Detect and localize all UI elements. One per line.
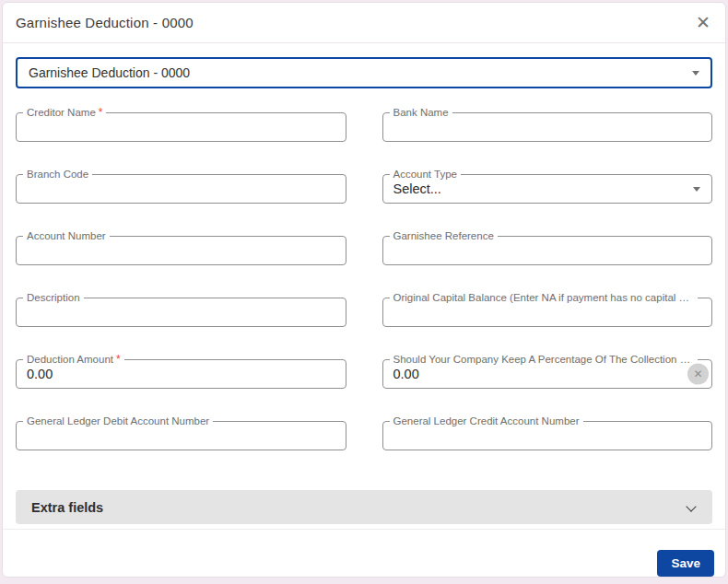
gl-debit-account-label: General Ledger Debit Account Number xyxy=(23,415,213,427)
description-field[interactable]: Description xyxy=(16,298,346,327)
bank-name-field[interactable]: Bank Name xyxy=(382,112,713,142)
account-number-field[interactable]: Account Number xyxy=(16,236,346,265)
bank-name-label: Bank Name xyxy=(390,106,452,119)
original-capital-balance-label: Original Capital Balance (Enter NA if pa… xyxy=(390,291,699,304)
branch-code-label: Branch Code xyxy=(23,168,92,181)
required-asterisk: * xyxy=(116,353,121,366)
original-capital-balance-field[interactable]: Original Capital Balance (Enter NA if pa… xyxy=(382,298,713,327)
account-type-label: Account Type xyxy=(390,168,461,181)
creditor-name-label: Creditor Name* xyxy=(23,106,106,119)
modal-title: Garnishee Deduction - 0000 xyxy=(16,15,194,30)
account-type-value: Select... xyxy=(393,181,441,196)
gl-credit-account-label: General Ledger Credit Account Number xyxy=(390,415,583,427)
chevron-down-icon xyxy=(692,71,699,76)
save-button[interactable]: Save xyxy=(657,550,714,577)
garnishee-reference-label: Garnishee Reference xyxy=(390,229,498,242)
clear-field-icon[interactable]: ✕ xyxy=(687,364,709,385)
garnishee-deduction-modal: Garnishee Deduction - 0000 ✕ Garnishee D… xyxy=(2,2,726,578)
close-icon[interactable]: ✕ xyxy=(696,14,710,31)
collection-fee-percentage-value: 0.00 xyxy=(393,367,419,381)
gl-credit-account-field[interactable]: General Ledger Credit Account Number xyxy=(382,421,713,450)
deduction-type-value: Garnishee Deduction - 0000 xyxy=(29,65,190,80)
gl-debit-account-field[interactable]: General Ledger Debit Account Number xyxy=(16,421,346,450)
chevron-down-icon xyxy=(687,503,696,512)
deduction-amount-label: Deduction Amount* xyxy=(23,353,124,366)
extra-fields-accordion[interactable]: Extra fields xyxy=(16,490,712,524)
description-label: Description xyxy=(23,291,84,304)
modal-footer: Save xyxy=(3,529,725,578)
collection-fee-percentage-label: Should Your Company Keep A Percentage Of… xyxy=(390,353,699,366)
account-number-label: Account Number xyxy=(23,229,110,242)
modal-body: Garnishee Deduction - 0000 Creditor Name… xyxy=(3,43,725,524)
creditor-name-field[interactable]: Creditor Name* xyxy=(16,112,346,142)
extra-fields-label: Extra fields xyxy=(31,500,103,515)
branch-code-field[interactable]: Branch Code xyxy=(16,174,346,204)
account-type-select[interactable]: Account Type Select... xyxy=(382,174,713,204)
form-grid: Creditor Name* Bank Name Branch Code Acc… xyxy=(16,112,712,450)
deduction-type-select[interactable]: Garnishee Deduction - 0000 xyxy=(16,57,712,88)
chevron-down-icon xyxy=(693,187,700,192)
collection-fee-percentage-field[interactable]: Should Your Company Keep A Percentage Of… xyxy=(382,359,713,389)
required-asterisk: * xyxy=(99,106,103,119)
garnishee-reference-field[interactable]: Garnishee Reference xyxy=(382,236,713,265)
deduction-amount-value: 0.00 xyxy=(27,367,53,381)
modal-header: Garnishee Deduction - 0000 ✕ xyxy=(3,3,725,43)
deduction-amount-field[interactable]: Deduction Amount* 0.00 xyxy=(16,359,346,389)
